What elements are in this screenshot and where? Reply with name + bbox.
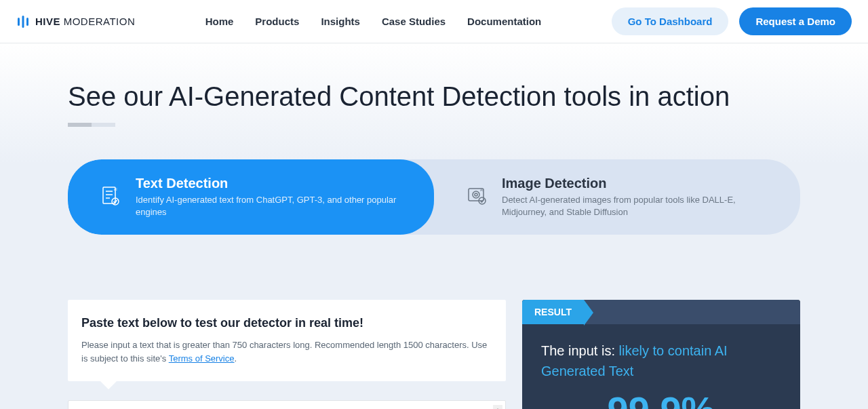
nav-products[interactable]: Products [255, 16, 299, 27]
dashboard-button[interactable]: Go To Dashboard [612, 7, 729, 35]
nav-home[interactable]: Home [205, 16, 234, 27]
terms-of-service-link[interactable]: Terms of Service [169, 353, 235, 364]
tab-text-desc: Identify AI-generated text from ChatGPT,… [136, 194, 401, 218]
tab-image-detection[interactable]: AI Image Detection Detect AI-generated i… [434, 159, 800, 235]
input-panel: Paste text below to test our detector in… [68, 300, 506, 381]
result-header: RESULT [522, 300, 800, 324]
svg-rect-0 [18, 18, 20, 26]
result-panel: RESULT The input is: likely to contain A… [522, 300, 800, 409]
detection-tabs: AI Text Detection Identify AI-generated … [68, 159, 800, 235]
svg-rect-1 [22, 16, 24, 28]
svg-point-10 [473, 191, 479, 198]
tab-image-title: Image Detection [502, 176, 768, 191]
nav-insights[interactable]: Insights [321, 16, 360, 27]
tab-text-detection[interactable]: AI Text Detection Identify AI-generated … [68, 159, 434, 235]
svg-text:AI: AI [480, 188, 484, 192]
result-percent: 99.9% [541, 388, 781, 409]
result-body: The input is: likely to contain AI Gener… [522, 324, 800, 409]
nav-case-studies[interactable]: Case Studies [382, 16, 446, 27]
request-demo-button[interactable]: Request a Demo [739, 7, 852, 35]
input-panel-title: Paste text below to test our detector in… [81, 316, 492, 330]
svg-rect-2 [26, 18, 28, 26]
header-buttons: Go To Dashboard Request a Demo [612, 7, 852, 35]
panels: Paste text below to test our detector in… [68, 300, 800, 409]
page-title: See our AI-Generated Content Detection t… [68, 81, 800, 112]
header: HIVE MODERATION Home Products Insights C… [0, 0, 868, 43]
scrollbar-up-icon[interactable] [493, 405, 502, 409]
text-detection-icon: AI [100, 185, 122, 210]
svg-point-11 [475, 193, 477, 196]
hive-logo-icon [16, 15, 30, 28]
result-text: The input is: likely to contain AI Gener… [541, 340, 781, 381]
tab-image-desc: Detect AI-generated images from popular … [502, 194, 768, 218]
main-content: See our AI-Generated Content Detection t… [0, 43, 868, 409]
title-underline [68, 123, 115, 127]
main-nav: Home Products Insights Case Studies Docu… [205, 16, 542, 27]
input-panel-desc: Please input a text that is greater than… [81, 338, 492, 365]
tab-text-title: Text Detection [136, 176, 401, 191]
logo-text: HIVE MODERATION [35, 16, 135, 27]
scrollbar[interactable] [493, 405, 502, 409]
textarea-wrapper: The Solar System: An Exploration of Our … [68, 400, 506, 409]
result-badge: RESULT [522, 300, 584, 324]
nav-documentation[interactable]: Documentation [467, 16, 541, 27]
logo[interactable]: HIVE MODERATION [16, 15, 135, 28]
image-detection-icon: AI [467, 185, 488, 210]
svg-text:AI: AI [114, 187, 117, 191]
